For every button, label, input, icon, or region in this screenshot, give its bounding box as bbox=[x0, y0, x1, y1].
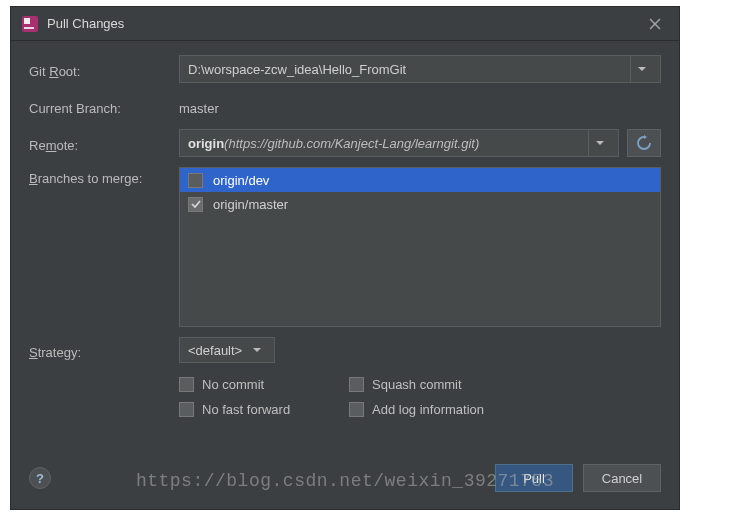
pull-button[interactable]: Pull bbox=[495, 464, 573, 492]
current-branch-label: Current Branch: bbox=[29, 97, 179, 116]
checkbox[interactable] bbox=[188, 197, 203, 212]
git-root-value: D:\worspace-zcw_idea\Hello_FromGit bbox=[188, 62, 406, 77]
option-label: No fast forward bbox=[202, 402, 290, 417]
git-root-label: Git Root: bbox=[29, 60, 179, 79]
checkbox[interactable] bbox=[349, 402, 364, 417]
close-button[interactable] bbox=[641, 10, 669, 38]
chevron-down-icon bbox=[630, 56, 652, 82]
branches-list[interactable]: origin/dev origin/master bbox=[179, 167, 661, 327]
help-button[interactable]: ? bbox=[29, 467, 51, 489]
current-branch-value: master bbox=[179, 97, 219, 116]
checkbox[interactable] bbox=[179, 402, 194, 417]
strategy-label: Strategy: bbox=[29, 341, 179, 360]
no-commit-checkbox[interactable]: No commit bbox=[179, 377, 339, 392]
option-label: Add log information bbox=[372, 402, 484, 417]
squash-commit-checkbox[interactable]: Squash commit bbox=[349, 377, 549, 392]
refresh-button[interactable] bbox=[627, 129, 661, 157]
branches-label: Branches to merge: bbox=[29, 167, 179, 186]
no-fast-forward-checkbox[interactable]: No fast forward bbox=[179, 402, 339, 417]
checkbox[interactable] bbox=[349, 377, 364, 392]
svg-rect-1 bbox=[24, 18, 30, 24]
app-icon bbox=[21, 15, 39, 33]
add-log-info-checkbox[interactable]: Add log information bbox=[349, 402, 549, 417]
remote-name: origin bbox=[188, 136, 224, 151]
checkbox[interactable] bbox=[179, 377, 194, 392]
option-label: No commit bbox=[202, 377, 264, 392]
remote-url: https://github.com/Kanject-Lang/learngit… bbox=[228, 136, 474, 151]
branch-name: origin/dev bbox=[213, 173, 269, 188]
titlebar: Pull Changes bbox=[11, 7, 679, 41]
cancel-button[interactable]: Cancel bbox=[583, 464, 661, 492]
dialog-title: Pull Changes bbox=[47, 16, 641, 31]
dialog-footer: ? Pull Cancel https://blog.csdn.net/weix… bbox=[11, 453, 679, 509]
strategy-combo[interactable]: <default> bbox=[179, 337, 275, 363]
strategy-value: <default> bbox=[188, 343, 242, 358]
branch-name: origin/master bbox=[213, 197, 288, 212]
remote-label: Remote: bbox=[29, 134, 179, 153]
option-label: Squash commit bbox=[372, 377, 462, 392]
remote-combo[interactable]: origin(https://github.com/Kanject-Lang/l… bbox=[179, 129, 619, 157]
dialog-body: Git Root: D:\worspace-zcw_idea\Hello_Fro… bbox=[11, 41, 679, 453]
svg-rect-2 bbox=[24, 27, 34, 29]
git-root-combo[interactable]: D:\worspace-zcw_idea\Hello_FromGit bbox=[179, 55, 661, 83]
chevron-down-icon bbox=[588, 130, 610, 156]
branch-item-dev[interactable]: origin/dev bbox=[180, 168, 660, 192]
pull-changes-dialog: Pull Changes Git Root: D:\worspace-zcw_i… bbox=[10, 6, 680, 510]
chevron-down-icon bbox=[248, 346, 266, 354]
branch-item-master[interactable]: origin/master bbox=[180, 192, 660, 216]
checkbox[interactable] bbox=[188, 173, 203, 188]
